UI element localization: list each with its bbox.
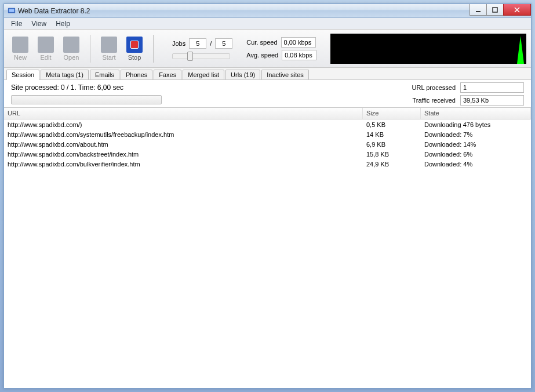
toolbar-separator	[90, 35, 90, 63]
play-icon	[101, 37, 117, 53]
jobs-label: Jobs	[172, 40, 185, 47]
table-row[interactable]: http://www.spadixbd.com/systemutils/free…	[4, 129, 531, 139]
new-button[interactable]: New	[9, 37, 32, 61]
cell-state: Downloading 476 bytes	[421, 121, 531, 129]
minimize-button[interactable]	[470, 4, 487, 16]
session-status: Site processed: 0 / 1. Time: 6,00 sec	[11, 84, 162, 92]
avg-speed-value: 0,08 kbps	[282, 50, 316, 60]
cell-url: http://www.spadixbd.com/about.htm	[4, 140, 363, 148]
jobs-control: Jobs /	[172, 38, 232, 59]
open-label: Open	[64, 54, 79, 61]
cell-url: http://www.spadixbd.com/backstreet/index…	[4, 150, 363, 158]
maximize-button[interactable]	[486, 4, 504, 16]
tab-bar: SessionMeta tags (1)EmailsPhonesFaxesMer…	[4, 68, 531, 80]
speed-readout: Cur. speed0,00 kbps Avg. speed0,08 kbps	[246, 37, 316, 60]
app-window: Web Data Extractor 8.2 File View Help Ne…	[3, 3, 532, 389]
col-size[interactable]: Size	[363, 108, 421, 119]
table-row[interactable]: http://www.spadixbd.com/about.htm6,9 KBD…	[4, 139, 531, 149]
tab-merged-list[interactable]: Merged list	[183, 70, 224, 79]
cell-size: 14 KB	[363, 130, 421, 139]
tab-meta-tags-1-[interactable]: Meta tags (1)	[41, 70, 89, 79]
window-controls	[470, 4, 531, 17]
traffic-value: 39,53 Kb	[460, 95, 524, 106]
jobs-max[interactable]	[215, 38, 232, 49]
cell-size: 24,9 KB	[363, 160, 421, 168]
tab-emails[interactable]: Emails	[90, 70, 119, 79]
cell-state: Downloaded: 6%	[421, 150, 531, 158]
url-processed-value: 1	[460, 82, 524, 93]
cur-speed-label: Cur. speed	[246, 39, 277, 46]
toolbar-separator	[153, 35, 154, 63]
open-button[interactable]: Open	[60, 37, 83, 61]
cell-url: http://www.spadixbd.com/)	[4, 121, 363, 129]
jobs-sep: /	[210, 40, 212, 47]
stop-button[interactable]: Stop	[123, 37, 146, 61]
col-url[interactable]: URL	[4, 108, 363, 119]
svg-rect-3	[493, 8, 497, 12]
jobs-slider[interactable]	[172, 53, 230, 59]
table-body: http://www.spadixbd.com/)0,5 KBDownloadi…	[4, 119, 531, 388]
url-table: URL Size State http://www.spadixbd.com/)…	[4, 108, 531, 388]
monitor-icon	[12, 37, 28, 53]
toolbar: New Edit Open Start Stop Jobs / Cur. spe…	[4, 30, 531, 68]
table-row[interactable]: http://www.spadixbd.com/backstreet/index…	[4, 149, 531, 159]
traffic-graph	[330, 34, 526, 64]
edit-label: Edit	[41, 54, 52, 61]
tab-phones[interactable]: Phones	[121, 70, 152, 79]
cell-size: 0,5 KB	[363, 121, 421, 129]
tab-urls-19-[interactable]: Urls (19)	[225, 70, 260, 79]
cell-url: http://www.spadixbd.com/bulkverifier/ind…	[4, 160, 363, 168]
menu-help[interactable]: Help	[52, 19, 74, 29]
cell-url: http://www.spadixbd.com/systemutils/free…	[4, 130, 363, 139]
stop-label: Stop	[128, 54, 141, 61]
table-header: URL Size State	[4, 108, 531, 119]
new-label: New	[14, 54, 27, 61]
close-button[interactable]	[503, 4, 531, 16]
menu-view[interactable]: View	[28, 19, 50, 29]
url-processed-label: URL processed	[403, 84, 456, 91]
graph-spike-icon	[517, 36, 524, 64]
menubar: File View Help	[4, 18, 531, 30]
progress-bar	[11, 95, 162, 104]
cell-state: Downloaded: 4%	[421, 160, 531, 168]
cell-size: 15,8 KB	[363, 150, 421, 158]
svg-rect-2	[476, 11, 481, 12]
start-button[interactable]: Start	[97, 37, 121, 61]
stop-icon	[126, 37, 143, 53]
app-icon	[8, 7, 16, 15]
cell-state: Downloaded: 14%	[421, 140, 531, 148]
jobs-current[interactable]	[189, 38, 206, 49]
titlebar[interactable]: Web Data Extractor 8.2	[4, 4, 531, 18]
tab-session[interactable]: Session	[6, 70, 39, 80]
menu-file[interactable]: File	[8, 19, 26, 29]
session-panel: Site processed: 0 / 1. Time: 6,00 sec UR…	[4, 80, 531, 108]
svg-rect-1	[9, 9, 14, 12]
avg-speed-label: Avg. speed	[246, 52, 278, 59]
col-state[interactable]: State	[421, 108, 531, 119]
edit-button[interactable]: Edit	[34, 37, 57, 61]
window-title: Web Data Extractor 8.2	[18, 7, 470, 15]
cur-speed-value: 0,00 kbps	[281, 37, 316, 48]
folder-icon	[63, 37, 79, 53]
tab-faxes[interactable]: Faxes	[154, 70, 181, 79]
cell-size: 6,9 KB	[363, 140, 421, 148]
start-label: Start	[102, 54, 115, 61]
table-row[interactable]: http://www.spadixbd.com/bulkverifier/ind…	[4, 159, 531, 169]
tab-inactive-sites[interactable]: Inactive sites	[261, 70, 309, 79]
table-row[interactable]: http://www.spadixbd.com/)0,5 KBDownloadi…	[4, 119, 531, 129]
edit-icon	[38, 37, 54, 53]
traffic-label: Traffic received	[403, 97, 456, 104]
cell-state: Downloaded: 7%	[421, 130, 531, 139]
